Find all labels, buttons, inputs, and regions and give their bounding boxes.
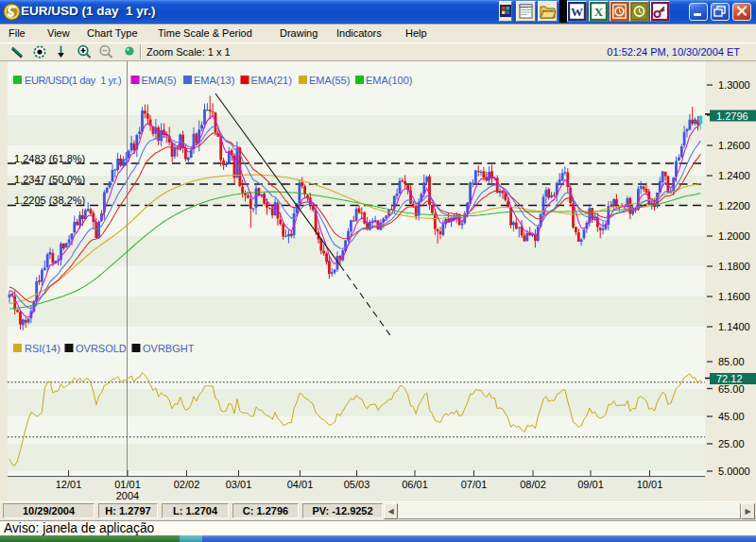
svg-text:12/01: 12/01 [56,479,82,490]
svg-text:OVRBGHT: OVRBGHT [143,343,195,354]
svg-text:1.1800: 1.1800 [718,261,750,272]
svg-text:W: W [571,5,583,19]
svg-text:72.12: 72.12 [716,373,743,384]
svg-text:45.00: 45.00 [718,411,745,422]
svg-text:1.2205 (38.2%): 1.2205 (38.2%) [14,195,85,206]
svg-text:09/01: 09/01 [577,479,604,490]
svg-text:65.00: 65.00 [718,383,745,395]
svg-text:1.1400: 1.1400 [718,321,750,332]
svg-text:05/03: 05/03 [344,479,370,490]
svg-text:OVRSOLD: OVRSOLD [76,343,127,354]
svg-text:04/01: 04/01 [287,479,314,490]
svg-text:RSI(14): RSI(14) [25,343,60,354]
svg-text:2004: 2004 [116,490,139,501]
svg-text:5.0000: 5.0000 [718,466,750,477]
svg-text:25.00: 25.00 [718,438,745,449]
svg-text:1.2000: 1.2000 [718,230,750,242]
svg-text:1.2600: 1.2600 [718,140,750,151]
svg-text:EMA(100): EMA(100) [366,75,413,86]
svg-text:08/02: 08/02 [520,479,546,490]
svg-text:EMA(21): EMA(21) [251,75,292,86]
svg-text:02/02: 02/02 [174,479,200,490]
svg-text:1.2200: 1.2200 [718,200,750,212]
svg-text:EUR/USD(1 day 1 yr.): EUR/USD(1 day 1 yr.) [25,75,121,86]
svg-text:1.2483 (61.8%): 1.2483 (61.8%) [14,153,85,164]
svg-text:EMA(5): EMA(5) [142,75,177,86]
svg-text:85.00: 85.00 [718,356,745,367]
svg-text:1.2347 (50.0%): 1.2347 (50.0%) [14,174,85,185]
svg-text:06/01: 06/01 [402,479,428,490]
svg-text:03/01: 03/01 [226,479,252,490]
svg-text:1.2796: 1.2796 [716,110,748,122]
svg-text:07/01: 07/01 [461,479,488,490]
svg-text:1.1600: 1.1600 [718,291,750,302]
svg-text:EMA(13): EMA(13) [194,75,234,86]
svg-text:1.3000: 1.3000 [718,79,750,91]
svg-text:X: X [594,5,604,19]
svg-text:01/01: 01/01 [114,479,141,490]
svg-text:10/01: 10/01 [637,479,663,490]
svg-text:EMA(55): EMA(55) [309,75,350,86]
svg-text:1.2400: 1.2400 [718,170,750,181]
